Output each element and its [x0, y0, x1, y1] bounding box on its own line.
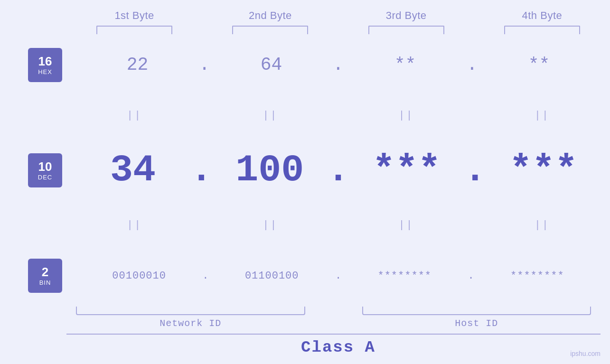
bracket-3: [368, 26, 444, 34]
dec-badge-container: 10 DEC: [24, 153, 66, 187]
byte2-header: 2nd Byte: [202, 9, 338, 22]
bin-row: 2 BIN 00100010 . 01100100 . ******** . *…: [24, 259, 610, 293]
watermark: ipshu.com: [570, 350, 601, 357]
bin-dot1: .: [202, 270, 208, 282]
bin-b3: ********: [341, 270, 468, 282]
bin-dot3: .: [468, 270, 474, 282]
bracket-1: [96, 26, 172, 34]
class-bracket-line: [66, 334, 601, 335]
hex-b4: **: [478, 55, 601, 75]
hex-dot1: .: [199, 55, 210, 75]
host-bracket-wrap: [353, 307, 601, 315]
network-bracket-wrap: [66, 307, 315, 315]
eq2-b3: ||: [348, 219, 465, 231]
network-id-label: Network ID: [66, 318, 315, 329]
bin-b1: 00100010: [76, 270, 202, 282]
bin-badge: 2 BIN: [28, 259, 62, 293]
eq-values-1: || . || . || . ||: [66, 110, 610, 121]
dec-row: 10 DEC 34 . 100 . *** . ***: [24, 149, 610, 192]
bottom-brackets: [66, 307, 601, 315]
bin-values: 00100010 . 01100100 . ******** . *******…: [66, 270, 610, 282]
dec-dot3: .: [464, 149, 487, 192]
dec-b2: 100: [213, 149, 327, 192]
bracket-col-2: [202, 26, 338, 34]
dec-b4: ***: [487, 149, 601, 192]
eq2-b2: ||: [212, 219, 328, 231]
byte1-label: 1st Byte: [114, 9, 154, 22]
byte3-header: 3rd Byte: [338, 9, 474, 22]
eq1-b2: ||: [212, 110, 328, 121]
bin-b4: ********: [474, 270, 601, 282]
eq1-b3: ||: [348, 110, 465, 121]
dec-dot2: .: [327, 149, 349, 192]
network-bracket: [76, 307, 305, 315]
dec-badge: 10 DEC: [28, 153, 62, 187]
hex-b3: **: [344, 55, 467, 75]
bracket-mid-spacer: [315, 307, 353, 315]
dec-dot1: .: [190, 149, 213, 192]
dec-b1: 34: [76, 149, 190, 192]
host-bracket: [362, 307, 591, 315]
bin-b2: 01100100: [209, 270, 335, 282]
byte4-label: 4th Byte: [522, 9, 563, 22]
eq2-b1: ||: [76, 219, 193, 231]
eq-row-2: || . || . || . ||: [24, 219, 610, 231]
bin-dot2: .: [335, 270, 341, 282]
dec-b3: ***: [350, 149, 464, 192]
top-brackets: [66, 26, 610, 34]
byte1-header: 1st Byte: [66, 9, 202, 22]
hex-b2: 64: [210, 55, 333, 75]
hex-badge: 16 HEX: [28, 48, 62, 82]
eq1-b4: ||: [484, 110, 601, 121]
hex-dot3: .: [467, 55, 478, 75]
eq-values-2: || . || . || . ||: [66, 219, 610, 231]
byte3-label: 3rd Byte: [386, 9, 427, 22]
labels-mid-spacer: [315, 318, 353, 329]
eq1-b1: ||: [76, 110, 193, 121]
bracket-4: [504, 26, 580, 34]
host-id-label: Host ID: [353, 318, 601, 329]
bracket-2: [232, 26, 308, 34]
eq2-b4: ||: [484, 219, 601, 231]
hex-badge-container: 16 HEX: [24, 48, 66, 82]
byte2-label: 2nd Byte: [249, 9, 292, 22]
bracket-col-4: [474, 26, 610, 34]
hex-values: 22 . 64 . ** . **: [66, 55, 610, 75]
bracket-col-3: [338, 26, 474, 34]
class-label: Class A: [66, 338, 610, 356]
byte4-header: 4th Byte: [474, 9, 610, 22]
byte-headers: 1st Byte 2nd Byte 3rd Byte 4th Byte: [66, 0, 610, 22]
hex-dot2: .: [333, 55, 344, 75]
page: 1st Byte 2nd Byte 3rd Byte 4th Byte: [0, 0, 610, 364]
hex-row: 16 HEX 22 . 64 . ** . **: [24, 48, 610, 82]
dec-values: 34 . 100 . *** . ***: [66, 149, 610, 192]
eq-row-1: || . || . || . ||: [24, 110, 610, 121]
bin-badge-container: 2 BIN: [24, 259, 66, 293]
hex-b1: 22: [76, 55, 199, 75]
id-labels: Network ID Host ID: [66, 318, 601, 329]
bracket-col-1: [66, 26, 202, 34]
